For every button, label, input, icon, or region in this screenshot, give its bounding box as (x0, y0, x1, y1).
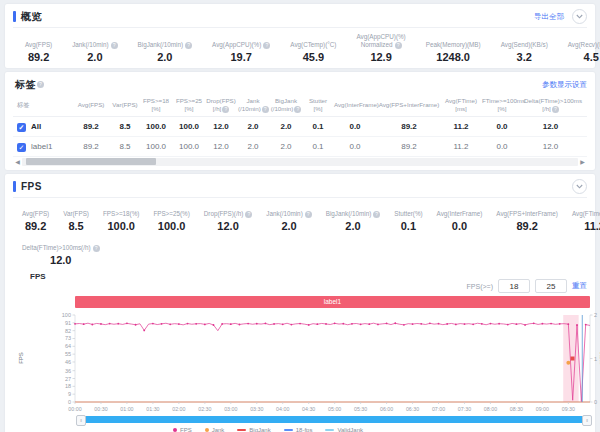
legend-item-jank[interactable]: Jank (205, 427, 225, 432)
fps-data-point (169, 324, 171, 326)
fps-threshold-label: FPS(>=) (467, 283, 493, 290)
overview-collapse-button[interactable] (572, 9, 587, 24)
fps-data-point (256, 323, 258, 325)
cell: 89.2 (377, 137, 441, 157)
fps-chart[interactable]: 10091827364554636271890210FPSJank00:0000… (13, 310, 600, 416)
row-checkbox[interactable]: ✓ (17, 123, 26, 132)
fps-data-point (559, 323, 561, 325)
info-icon[interactable]: ? (263, 42, 270, 49)
x-tick-label: 02:00 (172, 406, 185, 412)
x-tick-label: 06:00 (380, 406, 393, 412)
chart-label-band[interactable]: label1 (75, 296, 590, 308)
export-all-link[interactable]: 导出全部 (534, 12, 564, 22)
info-icon[interactable]: ? (262, 106, 269, 113)
legend-item-bigjank[interactable]: BigJank (237, 427, 270, 432)
fps-data-point (117, 323, 119, 325)
info-icon[interactable]: ? (111, 42, 118, 49)
fps-data-point (247, 323, 249, 325)
metric-value: 12.9 (356, 51, 405, 63)
fps-threshold-input-2[interactable] (535, 279, 567, 293)
metric-bigjank-10min: BigJank(/10min)?2.0 (319, 203, 388, 232)
x-tick-label: 09:30 (562, 406, 575, 412)
range-handle-left[interactable]: ‖ (76, 415, 86, 426)
display-settings-link[interactable]: 参数显示设置 (542, 80, 587, 90)
cell: 8.5 (111, 137, 139, 157)
info-icon[interactable]: ? (222, 106, 229, 113)
fps-data-point (516, 324, 518, 326)
y-tick-label-right: 2 (594, 312, 597, 318)
metric-avg-recv-kb-s: Avg(Recv)(KB/s)4.5 (558, 33, 600, 63)
info-icon[interactable]: ? (395, 42, 402, 49)
metric-label: Avg(Recv)(KB/s) (568, 34, 600, 49)
fps-data-point (481, 323, 483, 325)
info-icon[interactable]: ? (245, 211, 252, 218)
chart-legend: FPSJankBigJank18-fpsValidJank (173, 427, 363, 432)
tags-table-scrollbar[interactable]: ◀ ▶ (13, 157, 587, 166)
legend-item-18-fps[interactable]: 18-fps (284, 427, 313, 432)
fps-collapse-button[interactable] (572, 179, 587, 194)
range-handle-right[interactable]: ‖ (582, 415, 592, 426)
col-header-ftime-100ms: FTime>=100ms[%] (481, 94, 523, 117)
col-header-fps-18: FPS>=18[%] (139, 94, 173, 117)
scroll-right-icon[interactable]: ▶ (578, 158, 587, 166)
row-checkbox[interactable]: ✓ (17, 143, 26, 152)
fps-data-point (403, 324, 405, 326)
info-icon[interactable]: ? (373, 211, 380, 218)
fps-data-point (221, 324, 223, 326)
reset-link[interactable]: 重置 (572, 281, 587, 291)
fps-data-point (455, 324, 457, 326)
fps-data-point (109, 323, 111, 325)
scroll-left-icon[interactable]: ◀ (13, 158, 22, 166)
info-icon[interactable]: ? (305, 211, 312, 218)
metric-value: 12.0 (22, 254, 100, 266)
info-icon[interactable]: ? (185, 42, 192, 49)
cell: 11.2 (441, 117, 481, 137)
x-tick-label: 00:00 (68, 406, 81, 412)
chevron-down-icon (576, 184, 583, 189)
table-row-all: ✓All89.28.5100.0100.012.02.02.00.10.089.… (13, 117, 587, 137)
info-icon[interactable]: ? (93, 245, 100, 252)
bigjank-marker (570, 357, 574, 361)
metric-label: Avg(Send)(KB/s) (501, 34, 548, 49)
x-tick-label: 01:00 (120, 406, 133, 412)
metric-avg-appcpu: Avg(AppCPU)(%)?19.7 (202, 33, 280, 63)
legend-label: ValidJank (337, 427, 363, 432)
legend-marker (237, 429, 246, 431)
cell: 0.0 (333, 117, 377, 137)
cell: 100.0 (139, 137, 173, 157)
cell: 12.0 (523, 137, 578, 157)
tags-info-icon[interactable]: ? (37, 81, 44, 88)
section-accent-bar (13, 181, 16, 192)
cell: 0.0 (333, 137, 377, 157)
fps-chart-zone: label1 10091827364554636271890210FPSJank… (13, 296, 587, 432)
fps-data-point (490, 323, 492, 325)
metric-value: 89.2 (496, 220, 558, 232)
cell: 11.2 (441, 137, 481, 157)
fps-data-point (325, 324, 327, 326)
scrollbar-track[interactable] (22, 158, 578, 166)
metric-label: Peak(Memory)(MB) (426, 34, 481, 49)
metric-drop-fps-h: Drop(FPS)(/h)?12.0 (197, 203, 260, 232)
fps-data-point (446, 324, 448, 326)
metric-avg-fps-interframe: Avg(FPS+InterFrame)89.2 (489, 203, 565, 232)
info-icon[interactable]: ? (552, 106, 559, 113)
fps-data-point (507, 324, 509, 326)
info-icon[interactable]: ? (294, 106, 301, 113)
x-tick-label: 00:30 (94, 406, 107, 412)
y-tick-label: 64 (65, 344, 71, 350)
fps-data-point (143, 330, 145, 332)
chart-range-scrollbar[interactable]: ‖ ‖ (78, 416, 590, 423)
legend-item-fps[interactable]: FPS (173, 427, 192, 432)
legend-item-validjank[interactable]: ValidJank (325, 427, 363, 432)
fps-data-point (429, 323, 431, 325)
col-header-avg-fps: Avg(FPS) (71, 94, 111, 117)
scrollbar-thumb[interactable] (26, 158, 156, 165)
tags-table: 标签Avg(FPS)Var(FPS)FPS>=18[%]FPS>=25[%]Dr… (13, 94, 587, 157)
table-row-label1: ✓label189.28.5100.0100.012.02.02.00.10.0… (13, 137, 587, 157)
fps-metrics-row2: Delta(FTime)>100ms(/h)?12.0 (13, 233, 587, 267)
fps-threshold-input-1[interactable] (498, 279, 530, 293)
metric-fps-25: FPS>=25(%)100.0 (146, 203, 196, 232)
x-tick-label: 01:30 (146, 406, 159, 412)
x-tick-label: 08:00 (484, 406, 497, 412)
cell: 12.0 (205, 117, 237, 137)
